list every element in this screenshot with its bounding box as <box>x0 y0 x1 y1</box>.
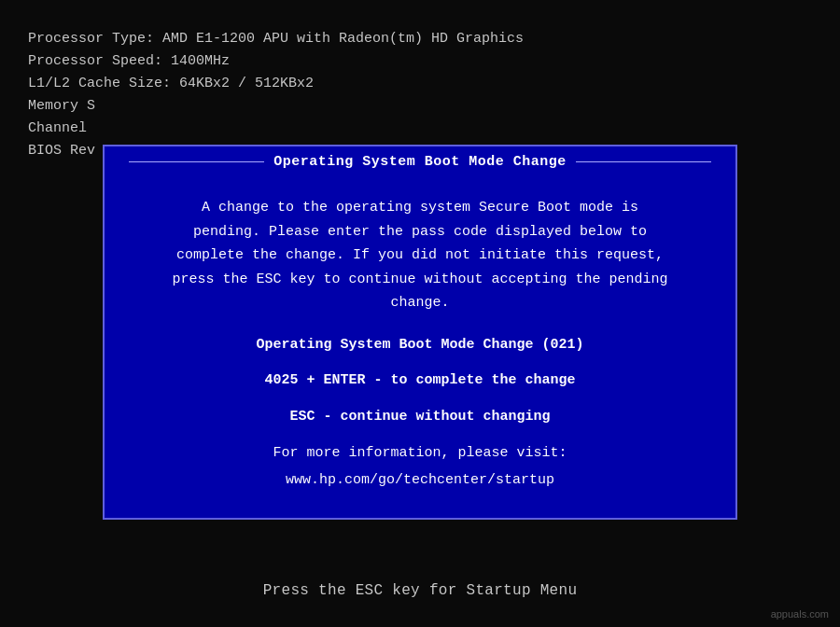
processor-speed-line: Processor Speed: 1400MHz <box>28 50 524 73</box>
watermark: appuals.com <box>771 608 829 620</box>
esc-instruction: ESC - continue without changing <box>142 406 698 429</box>
desc-line5: change. <box>390 295 449 311</box>
dialog-body: A change to the operating system Secure … <box>105 177 735 518</box>
dialog-title-bar: Operating System Boot Mode Change <box>105 146 735 177</box>
boot-mode-change-dialog: Operating System Boot Mode Change A chan… <box>103 145 737 520</box>
dialog-description: A change to the operating system Secure … <box>142 196 698 314</box>
boot-mode-code: Operating System Boot Mode Change (021) <box>142 333 698 356</box>
channel-line: Channel <box>28 118 524 140</box>
system-info: Processor Type: AMD E1-1200 APU with Rad… <box>28 28 524 162</box>
enter-instruction: 4025 + ENTER - to complete the change <box>142 369 698 393</box>
desc-line4: press the ESC key to continue without ac… <box>172 271 667 286</box>
bios-screen: Processor Type: AMD E1-1200 APU with Rad… <box>0 0 840 627</box>
bottom-bar: Press the ESC key for Startup Menu <box>0 582 840 599</box>
desc-line3: complete the change. If you did not init… <box>176 247 664 263</box>
startup-menu-prompt: Press the ESC key for Startup Menu <box>263 582 578 599</box>
cache-size-line: L1/L2 Cache Size: 64KBx2 / 512KBx2 <box>28 73 524 95</box>
desc-line2: pending. Please enter the pass code disp… <box>193 223 647 239</box>
processor-type-line: Processor Type: AMD E1-1200 APU with Rad… <box>28 28 524 50</box>
memory-line: Memory S <box>28 95 524 118</box>
info-label: For more information, please visit: <box>142 442 698 466</box>
hp-url: www.hp.com/go/techcenter/startup <box>142 468 698 492</box>
desc-line1: A change to the operating system Secure … <box>202 200 638 216</box>
dialog-title: Operating System Boot Mode Change <box>273 154 567 170</box>
